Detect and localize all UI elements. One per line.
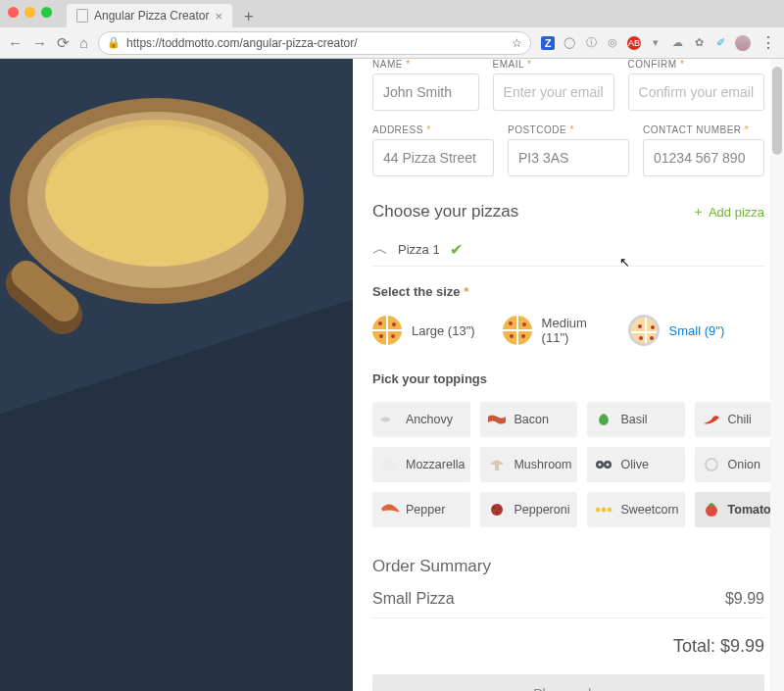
svg-rect-1 [495,465,499,470]
url-text: https://toddmotto.com/angular-pizza-crea… [126,36,357,50]
star-icon[interactable]: ☆ [512,36,522,50]
topping-mushroom[interactable]: Mushroom [480,447,577,482]
pizza-medium-icon [503,316,532,345]
pepperoni-icon [486,502,508,518]
order-line-price: $9.99 [725,590,764,608]
browser-tab[interactable]: Angular Pizza Creator × [67,4,232,27]
ext-feather-icon[interactable]: ✐ [713,36,727,50]
basil-icon [593,412,614,427]
choose-pizzas-heading: Choose your pizzas [372,202,518,222]
topping-tomato[interactable]: Tomato [695,492,777,527]
contact-input[interactable]: 01234 567 890 [643,139,764,176]
olive-icon [593,457,614,472]
size-option-small[interactable]: Small (9") [628,315,725,346]
ext-circle-icon[interactable]: ◯ [563,36,576,50]
topping-anchovy[interactable]: Anchovy [372,402,470,437]
lock-icon: 🔒 [107,36,121,49]
ext-cloud-icon[interactable]: ☁ [670,36,684,50]
toppings-heading: Pick your toppings [372,371,487,386]
scrollbar-thumb[interactable] [772,67,782,155]
pizza-board-illustration [10,98,304,304]
svg-point-4 [599,464,602,467]
topping-olive[interactable]: Olive [587,447,684,482]
address-input[interactable]: 44 Pizza Street [372,139,494,176]
pepper-icon [378,502,400,518]
svg-point-5 [607,464,610,467]
reload-icon[interactable]: ⟳ [57,34,70,52]
mozzarella-icon [378,457,400,472]
home-icon[interactable]: ⌂ [79,34,88,51]
close-window-icon[interactable] [8,7,19,18]
ext-flower-icon[interactable]: ✿ [692,36,706,50]
topping-pepper[interactable]: Pepper [372,492,470,527]
check-icon: ✔ [450,240,463,259]
topping-onion[interactable]: Onion [695,447,777,482]
new-tab-button[interactable]: + [238,6,259,27]
topping-sweetcorn[interactable]: Sweetcorn [587,492,684,527]
chevron-up-icon: ︿ [372,239,388,260]
order-summary-heading: Order Summary [372,557,764,576]
email-input[interactable]: Enter your email [493,74,614,111]
contact-label: CONTACT NUMBER [643,124,742,135]
ext-adblock-icon[interactable]: AB [627,36,641,50]
tab-title: Angular Pizza Creator [94,9,209,23]
size-option-large[interactable]: Large (13") [372,315,475,346]
svg-point-6 [706,459,717,470]
window-controls[interactable] [8,7,52,18]
svg-point-7 [491,504,503,516]
mushroom-icon [486,457,508,472]
svg-point-14 [706,505,717,517]
svg-point-13 [608,508,612,513]
close-tab-icon[interactable]: × [215,9,222,24]
scrollbar[interactable] [770,59,784,691]
extensions: Z ◯ ⓘ ◎ AB ▾ ☁ ✿ ✐ [541,35,751,51]
tomato-icon [701,502,722,518]
topping-basil[interactable]: Basil [587,402,684,437]
profile-avatar-icon[interactable] [735,35,751,51]
menu-dots-icon[interactable]: ⋮ [760,33,776,52]
confirm-label: CONFIRM [628,59,677,70]
pizza-name: Pizza 1 [398,242,440,257]
email-label: EMAIL [493,59,524,70]
address-bar[interactable]: 🔒 https://toddmotto.com/angular-pizza-cr… [98,31,531,55]
ext-target-icon[interactable]: ◎ [606,36,619,50]
name-label: NAME [372,59,403,70]
page-icon [76,9,88,23]
minimize-window-icon[interactable] [24,7,35,18]
name-input[interactable]: John Smith [372,74,479,111]
svg-point-9 [499,508,501,510]
add-pizza-button[interactable]: ＋ Add pizza [692,203,764,221]
topping-pepperoni[interactable]: Pepperoni [480,492,577,527]
order-line: Small Pizza $9.99 [372,590,764,618]
ext-v-icon[interactable]: ▾ [649,36,662,50]
order-line-desc: Small Pizza [372,590,455,608]
select-size-heading: Select the size [372,284,461,299]
topping-bacon[interactable]: Bacon [480,402,577,437]
confirm-input[interactable]: Confirm your email [628,74,764,111]
ext-z-icon[interactable]: Z [541,36,555,50]
onion-icon [701,457,722,472]
pizza-accordion-header[interactable]: ︿ Pizza 1 ✔ [372,239,764,267]
postcode-input[interactable]: PI3 3AS [508,139,629,176]
back-icon[interactable]: ← [8,34,23,51]
ext-info-icon[interactable]: ⓘ [584,36,598,50]
pizza-small-icon [628,315,660,346]
svg-point-0 [381,459,397,470]
sweetcorn-icon [593,502,614,518]
forward-icon[interactable]: → [32,34,47,51]
mouse-cursor-icon: ↖ [619,255,630,270]
place-order-button[interactable]: Place order [372,674,764,691]
svg-point-8 [493,507,495,509]
svg-point-12 [602,508,607,513]
pizza-preview-panel [0,59,353,691]
maximize-window-icon[interactable] [41,7,52,18]
topping-chili[interactable]: Chili [695,402,777,437]
plus-icon: ＋ [692,203,705,221]
order-total: Total: $9.99 [372,636,764,657]
anchovy-icon [378,412,400,427]
postcode-label: POSTCODE [508,124,566,135]
size-option-medium[interactable]: Medium (11") [503,315,601,346]
pizza-large-icon [372,316,402,345]
topping-mozzarella[interactable]: Mozzarella [372,447,470,482]
svg-point-10 [496,512,498,514]
